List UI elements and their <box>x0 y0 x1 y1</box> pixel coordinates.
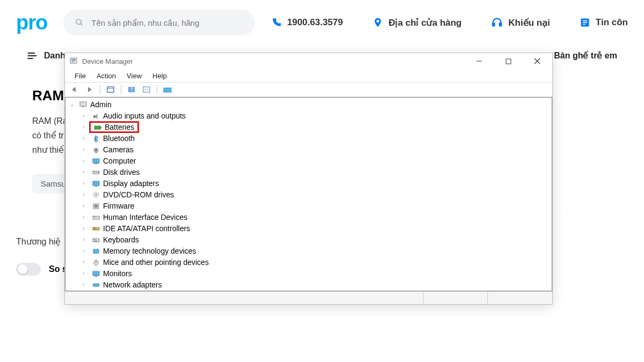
cat-right[interactable]: Bàn ghế trẻ em <box>554 50 617 61</box>
tree-item-bluetooth[interactable]: ›Bluetooth <box>65 132 552 144</box>
svg-rect-3 <box>500 23 502 26</box>
svg-rect-38 <box>95 186 97 187</box>
search-box[interactable] <box>63 10 255 35</box>
collapse-arrow-icon[interactable]: ⌄ <box>70 101 77 107</box>
expand-arrow-icon[interactable]: › <box>83 214 90 220</box>
tree-item-dvd-cd-rom-drives[interactable]: ›DVD/CD-ROM drives <box>65 189 552 200</box>
show-hidden-button[interactable] <box>104 84 117 95</box>
svg-rect-32 <box>96 152 97 153</box>
device-icon <box>91 190 101 199</box>
tree-item-memory-technology-devices[interactable]: ›Memory technology devices <box>65 245 552 256</box>
cat-danh-muc[interactable]: Danh <box>44 51 65 61</box>
svg-rect-54 <box>93 249 99 253</box>
svg-rect-61 <box>93 284 99 286</box>
tree-root[interactable]: ⌄ Admin <box>65 99 552 110</box>
device-manager-window: Device Manager File Action View Help ? <box>64 53 553 305</box>
svg-rect-51 <box>94 239 95 240</box>
search-icon <box>75 18 84 27</box>
tree-item-disk-drives[interactable]: ›Disk drives <box>65 166 552 178</box>
tree-item-ide-ata-atapi-controllers[interactable]: ›IDE ATA/ATAPI controllers <box>65 223 552 234</box>
svg-rect-29 <box>100 127 101 128</box>
svg-rect-37 <box>93 181 99 186</box>
menu-help[interactable]: Help <box>147 71 172 81</box>
maximize-button[interactable] <box>497 54 519 69</box>
svg-rect-14 <box>71 62 74 62</box>
svg-rect-19 <box>107 87 114 92</box>
svg-rect-23 <box>143 87 150 92</box>
tree-item-network-adapters[interactable]: ›Network adapters <box>65 279 552 290</box>
computer-icon <box>78 100 88 109</box>
svg-rect-52 <box>96 239 96 240</box>
menu-file[interactable]: File <box>69 71 91 81</box>
site-logo: pro <box>16 11 47 34</box>
expand-arrow-icon[interactable]: › <box>83 225 90 231</box>
expand-arrow-icon[interactable]: › <box>83 180 90 186</box>
svg-rect-50 <box>93 239 94 240</box>
nav-complaint[interactable]: Khiếu nại <box>491 17 550 28</box>
menubar: File Action View Help <box>65 69 552 82</box>
expand-arrow-icon[interactable]: › <box>83 191 90 197</box>
expand-arrow-icon[interactable]: › <box>83 248 90 254</box>
compare-toggle[interactable] <box>16 263 41 276</box>
menu-icon[interactable] <box>27 51 38 60</box>
expand-arrow-icon[interactable]: › <box>83 282 90 287</box>
tree-item-display-adapters[interactable]: ›Display adapters <box>65 178 552 189</box>
tree-item-label: Disk drives <box>103 168 140 176</box>
svg-point-40 <box>96 194 97 195</box>
expand-arrow-icon[interactable]: › <box>83 146 90 152</box>
root-label: Admin <box>90 100 112 109</box>
menu-view[interactable]: View <box>121 71 147 81</box>
expand-arrow-icon[interactable]: › <box>83 237 90 242</box>
enable-button[interactable] <box>161 84 174 95</box>
expand-arrow-icon[interactable]: › <box>83 270 90 276</box>
expand-arrow-icon[interactable]: › <box>83 203 90 209</box>
tree-item-label: Bluetooth <box>103 134 135 143</box>
tree-item-human-interface-devices[interactable]: ›Human Interface Devices <box>65 211 552 223</box>
minimize-button[interactable] <box>469 54 490 69</box>
svg-rect-56 <box>96 253 97 254</box>
close-button[interactable] <box>526 54 548 69</box>
svg-point-0 <box>76 19 81 24</box>
svg-line-1 <box>80 24 82 25</box>
svg-text:?: ? <box>130 87 133 93</box>
tree-item-firmware[interactable]: ›Firmware <box>65 200 552 211</box>
device-tree[interactable]: ⌄ Admin ›Audio inputs and outputs›Batter… <box>65 98 552 291</box>
expand-arrow-icon[interactable]: › <box>83 135 90 141</box>
window-controls <box>469 54 548 69</box>
device-icon <box>91 235 101 244</box>
svg-point-31 <box>95 149 97 151</box>
tree-item-monitors[interactable]: ›Monitors <box>65 268 552 279</box>
tree-item-label: Mice and other pointing devices <box>103 258 209 267</box>
phone-icon <box>271 17 282 28</box>
expand-arrow-icon[interactable]: › <box>83 113 90 119</box>
tree-item-cameras[interactable]: ›Cameras <box>65 144 552 155</box>
device-icon <box>91 224 101 233</box>
back-button[interactable] <box>68 84 81 95</box>
expand-arrow-icon[interactable]: › <box>83 259 90 265</box>
titlebar[interactable]: Device Manager <box>65 53 552 69</box>
tree-item-mice-and-other-pointing-devices[interactable]: ›Mice and other pointing devices <box>65 256 552 268</box>
nav-address[interactable]: Địa chỉ cửa hàng <box>372 17 462 28</box>
svg-rect-55 <box>94 253 95 254</box>
help-button[interactable]: ? <box>125 84 138 95</box>
menu-action[interactable]: Action <box>91 71 121 81</box>
tree-item-label: Firmware <box>103 202 134 210</box>
nav-phone[interactable]: 1900.63.3579 <box>271 17 343 28</box>
search-input[interactable] <box>91 18 243 27</box>
tree-item-label: Memory technology devices <box>103 247 196 255</box>
forward-button[interactable] <box>83 84 96 95</box>
svg-rect-24 <box>164 88 171 92</box>
scan-button[interactable] <box>140 84 153 95</box>
svg-rect-60 <box>95 276 97 277</box>
expand-arrow-icon[interactable]: › <box>83 169 90 175</box>
app-icon <box>69 57 78 65</box>
nav-address-label: Địa chỉ cửa hàng <box>389 17 462 28</box>
nav-news[interactable]: Tin côn <box>580 17 628 28</box>
tree-item-computer[interactable]: ›Computer <box>65 155 552 166</box>
tree-item-keyboards[interactable]: ›Keyboards <box>65 234 552 245</box>
tree-item-label: IDE ATA/ATAPI controllers <box>103 224 190 233</box>
expand-arrow-icon[interactable]: › <box>83 158 90 164</box>
tree-item-audio-inputs-and-outputs[interactable]: ›Audio inputs and outputs <box>65 110 552 121</box>
toolbar: ? <box>65 82 552 97</box>
tree-item-batteries[interactable]: ›Batteries <box>65 121 552 132</box>
